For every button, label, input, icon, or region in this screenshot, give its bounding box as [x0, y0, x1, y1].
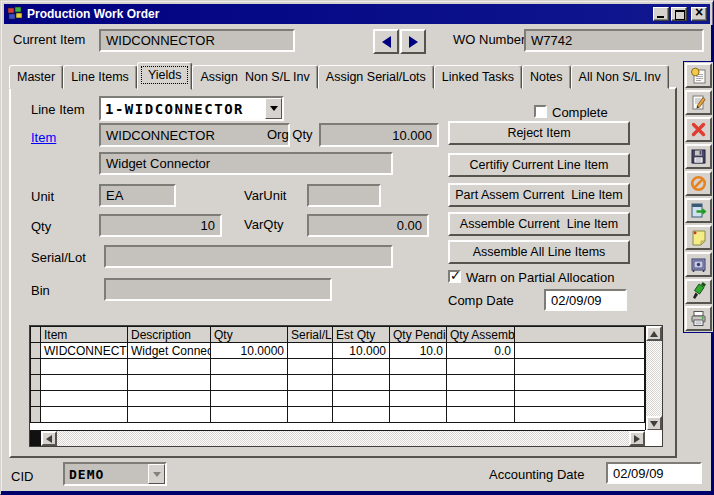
next-arrow-icon: [409, 36, 418, 48]
cancel-icon[interactable]: [685, 171, 712, 196]
current-item-field[interactable]: WIDCONNECTOR: [99, 29, 295, 52]
minimize-icon[interactable]: [653, 7, 669, 21]
accounting-date-label: Accounting Date: [489, 467, 584, 482]
next-record-button[interactable]: [400, 29, 426, 54]
tab-strip: Master Line Items Yields Assign Non S/L …: [9, 61, 669, 89]
find-record-icon[interactable]: [685, 63, 712, 88]
tab-line-items[interactable]: Line Items: [63, 65, 137, 89]
chevron-down-icon: [153, 472, 161, 477]
yields-tab-panel: [9, 87, 677, 458]
vault-icon[interactable]: [685, 252, 712, 277]
maximize-icon[interactable]: [671, 7, 687, 21]
tab-linked-tasks[interactable]: Linked Tasks: [434, 65, 522, 89]
tab-notes[interactable]: Notes: [522, 65, 571, 89]
notes-icon[interactable]: [685, 225, 712, 250]
tab-assign-serial-lots[interactable]: Assign Serial/Lots: [318, 65, 434, 89]
wo-number-field[interactable]: W7742: [524, 29, 704, 52]
drill-icon[interactable]: [685, 279, 712, 304]
tab-assign-non-sl-inv[interactable]: Assign Non S/L Inv: [192, 65, 317, 89]
app-icon: [7, 6, 23, 22]
save-icon[interactable]: [685, 144, 712, 169]
close-icon[interactable]: [691, 7, 707, 21]
wo-number-label: WO Number: [453, 32, 525, 47]
side-toolbar: [683, 61, 714, 333]
cid-value: DEMO: [65, 467, 148, 482]
delete-icon[interactable]: [685, 117, 712, 142]
current-item-label: Current Item: [13, 32, 85, 47]
tab-yields[interactable]: Yields: [137, 62, 193, 90]
window-title: Production Work Order: [27, 7, 651, 21]
titlebar: Production Work Order: [4, 4, 710, 24]
prev-arrow-icon: [382, 36, 391, 48]
tab-all-non-sl-inv[interactable]: All Non S/L Inv: [571, 65, 669, 89]
prev-record-button[interactable]: [373, 29, 399, 54]
cid-label: CID: [11, 469, 33, 484]
cid-combobox[interactable]: DEMO: [63, 462, 167, 486]
print-icon[interactable]: [685, 306, 712, 331]
production-work-order-window: Production Work Order Current Item WIDCO…: [0, 0, 714, 495]
tab-master[interactable]: Master: [9, 65, 63, 89]
edit-record-icon[interactable]: [685, 90, 712, 115]
accounting-date-field[interactable]: 02/09/09: [606, 462, 702, 484]
exit-icon[interactable]: [685, 198, 712, 223]
cid-dropdown-button[interactable]: [148, 464, 165, 484]
tab-focus-outline: [141, 66, 189, 84]
window-bottom-edge: [1, 491, 713, 494]
